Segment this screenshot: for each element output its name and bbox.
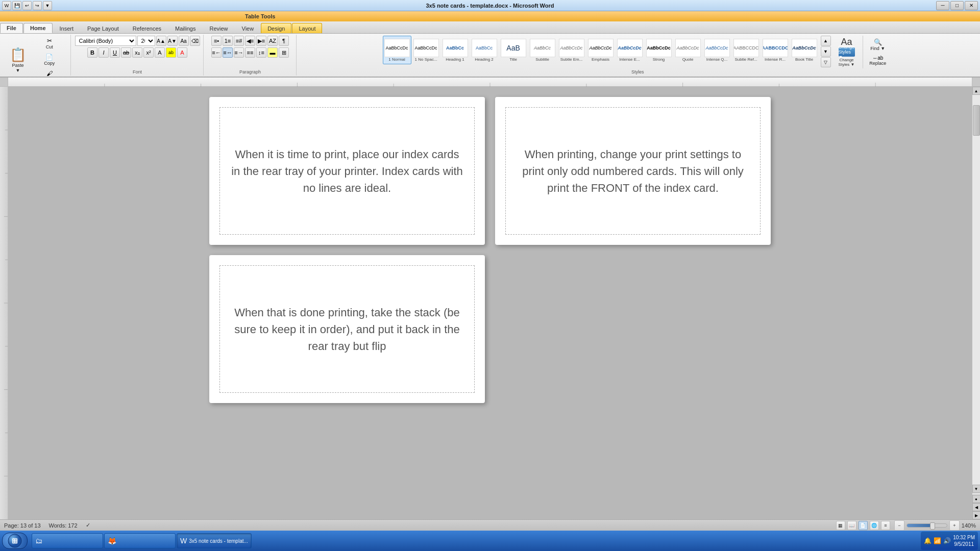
italic-button[interactable]: I	[99, 47, 109, 58]
spell-check-icon[interactable]: ✓	[86, 522, 90, 529]
align-right-button[interactable]: ≡→	[234, 47, 244, 58]
decrease-indent-button[interactable]: ◀≡	[245, 36, 255, 46]
view-fullscreen-reading-button[interactable]: 📖	[847, 521, 856, 530]
customize-icon[interactable]: ▼	[43, 1, 52, 10]
view-web-layout-button[interactable]: 🌐	[870, 521, 879, 530]
start-button[interactable]: ⊞	[2, 533, 28, 549]
volume-icon[interactable]: 🔊	[943, 537, 951, 544]
style-subtitle[interactable]: AaBbCc Subtitle	[528, 36, 557, 64]
line-spacing-button[interactable]: ↕≡	[256, 47, 266, 58]
style-normal[interactable]: AaBbCcDc 1 Normal	[383, 36, 411, 64]
taskbar-app-windows[interactable]: 🗂	[32, 533, 103, 548]
font-size-select[interactable]: 20	[137, 36, 155, 46]
sort-button[interactable]: AZ	[267, 36, 278, 46]
replace-button[interactable]: ↔ab Replace	[866, 54, 890, 67]
scroll-up-button[interactable]: ▲	[972, 87, 981, 95]
view-print-layout-button[interactable]: 📄	[859, 521, 868, 530]
taskbar-app-firefox[interactable]: 🦊	[104, 533, 176, 548]
shading-button[interactable]: ▬	[267, 47, 278, 58]
decrease-font-button[interactable]: A▼	[167, 36, 178, 46]
justify-button[interactable]: ≡≡	[245, 47, 255, 58]
copy-button[interactable]: 📄 Copy	[32, 52, 67, 67]
scroll-down-button[interactable]: ▼	[972, 485, 981, 493]
style-emphasis[interactable]: AaBbCcDc Emphasis	[586, 36, 615, 64]
increase-indent-button[interactable]: ▶≡	[256, 36, 266, 46]
bullets-button[interactable]: ≡•	[211, 36, 222, 46]
style-book-title[interactable]: AaBbCcDc Book Title	[790, 36, 819, 64]
select-browse-object-button[interactable]: ●	[972, 495, 981, 503]
style-intense-quote[interactable]: AaBbCcDc Intense Q...	[703, 36, 731, 64]
change-case-button[interactable]: Aa	[179, 36, 189, 46]
subscript-button[interactable]: x₂	[132, 47, 142, 58]
borders-button[interactable]: ⊞	[279, 47, 289, 58]
clear-formatting-button[interactable]: ⌫	[190, 36, 200, 46]
close-button[interactable]: ✕	[965, 1, 978, 10]
scrollbar-thumb[interactable]	[973, 105, 980, 136]
style-title[interactable]: AaB Title	[499, 36, 528, 64]
undo-icon[interactable]: ↩	[22, 1, 32, 10]
notification-icon[interactable]: 🔔	[924, 537, 932, 544]
style-intense-emphasis[interactable]: AaBbCcDc Intense E...	[616, 36, 644, 64]
style-strong[interactable]: AaBbCcDc Strong	[645, 36, 673, 64]
numbering-button[interactable]: 1≡	[223, 36, 233, 46]
style-subtle-emphasis[interactable]: AaBbCcDc Subtle Em...	[557, 36, 586, 64]
strikethrough-button[interactable]: ab	[121, 47, 131, 58]
style-heading1[interactable]: AaBbCc Heading 1	[441, 36, 470, 64]
cut-button[interactable]: ✂ Cut	[32, 36, 67, 51]
text-highlight-button[interactable]: ab	[166, 47, 176, 58]
style-no-spacing[interactable]: AaBbCcDc 1 No Spac...	[412, 36, 440, 64]
tab-insert[interactable]: Insert	[53, 23, 81, 33]
superscript-button[interactable]: x²	[143, 47, 154, 58]
taskbar-app-word[interactable]: W 3x5 note cards - templat...	[177, 533, 252, 548]
align-left-button[interactable]: ≡←	[211, 47, 222, 58]
style-quote-preview: AaBbCcDc	[675, 39, 701, 57]
tab-design[interactable]: Design	[261, 23, 291, 33]
font-name-select[interactable]: Calibri (Body)	[75, 36, 136, 46]
card-inner-1[interactable]: When it is time to print, place our inde…	[219, 107, 475, 235]
bold-button[interactable]: B	[87, 47, 97, 58]
font-color-button[interactable]: A	[177, 47, 187, 58]
card-inner-2[interactable]: When printing, change your print setting…	[505, 107, 761, 235]
style-subtle-reference[interactable]: AABBCcDc Subtle Ref...	[732, 36, 761, 64]
tab-layout[interactable]: Layout	[292, 23, 322, 33]
style-heading2[interactable]: AaBbCc Heading 2	[470, 36, 499, 64]
tab-references[interactable]: References	[126, 23, 168, 33]
find-button[interactable]: 🔍 Find ▼	[866, 37, 890, 53]
tab-review[interactable]: Review	[203, 23, 234, 33]
scrollbar-track[interactable]	[972, 95, 980, 485]
paste-button[interactable]: 📋 Paste ▼	[5, 44, 31, 75]
increase-font-button[interactable]: A▲	[156, 36, 166, 46]
underline-button[interactable]: U	[110, 47, 120, 58]
style-quote[interactable]: AaBbCcDc Quote	[674, 36, 702, 64]
tab-view[interactable]: View	[235, 23, 261, 33]
view-normal-button[interactable]: ▦	[836, 521, 845, 530]
change-styles-button[interactable]: Aa ChangeStyles ▼ Change Styles ▼	[834, 36, 860, 67]
tab-home[interactable]: Home	[23, 23, 53, 33]
next-page-button[interactable]: ▶	[972, 511, 981, 519]
zoom-thumb[interactable]	[930, 522, 935, 530]
zoom-in-button[interactable]: +	[949, 520, 960, 531]
redo-icon[interactable]: ↪	[33, 1, 42, 10]
save-icon[interactable]: 💾	[12, 1, 21, 10]
tab-page-layout[interactable]: Page Layout	[81, 23, 126, 33]
tab-file[interactable]: File	[0, 23, 23, 33]
view-outline-button[interactable]: ≡	[881, 521, 890, 530]
card-inner-3[interactable]: When that is done printing, take the sta…	[219, 265, 475, 393]
multilevel-list-button[interactable]: ≡#	[234, 36, 244, 46]
style-intense-reference[interactable]: AaBbCcDc Intense R...	[761, 36, 790, 64]
maximize-button[interactable]: □	[950, 1, 964, 10]
styles-scroll-up-button[interactable]: ▲	[821, 36, 831, 46]
align-center-button[interactable]: ≡↔	[223, 47, 233, 58]
card-text-2: When printing, change your print setting…	[516, 146, 750, 196]
styles-scroll-down-button[interactable]: ▼	[821, 46, 831, 57]
prev-page-button[interactable]: ◀	[972, 503, 981, 511]
tab-mailings[interactable]: Mailings	[168, 23, 202, 33]
styles-more-button[interactable]: ▽	[821, 57, 831, 67]
network-icon[interactable]: 📶	[934, 537, 941, 544]
text-effects-button[interactable]: A	[155, 47, 165, 58]
minimize-button[interactable]: ─	[936, 1, 949, 10]
zoom-slider[interactable]	[906, 523, 947, 528]
show-formatting-button[interactable]: ¶	[279, 36, 289, 46]
card-page-4	[495, 255, 771, 403]
zoom-out-button[interactable]: −	[894, 520, 904, 531]
